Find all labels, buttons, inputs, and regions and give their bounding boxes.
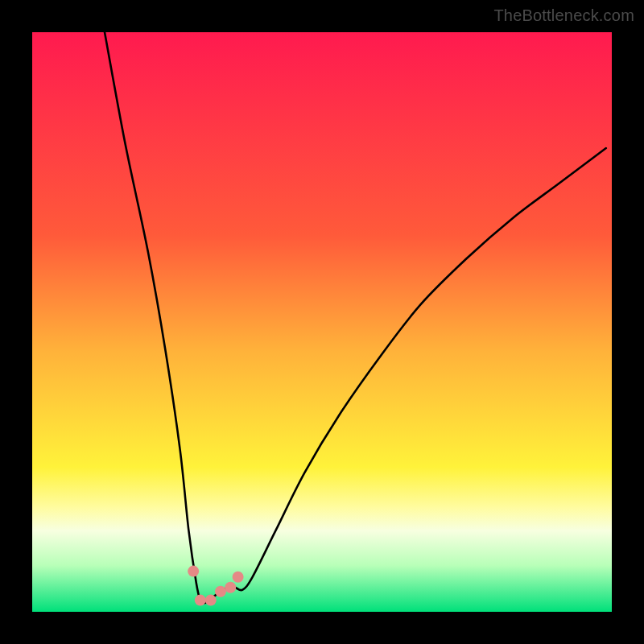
valley-marker <box>188 566 199 577</box>
valley-marker <box>215 586 226 597</box>
curve-layer <box>32 32 612 612</box>
bottleneck-curve <box>105 32 606 603</box>
valley-marker <box>233 572 244 583</box>
attribution-text: TheBottleneck.com <box>493 6 634 25</box>
chart-frame: TheBottleneck.com <box>0 0 644 644</box>
valley-marker <box>205 595 217 606</box>
plot-area <box>32 32 612 612</box>
valley-marker <box>195 595 206 606</box>
valley-marker <box>225 582 236 593</box>
